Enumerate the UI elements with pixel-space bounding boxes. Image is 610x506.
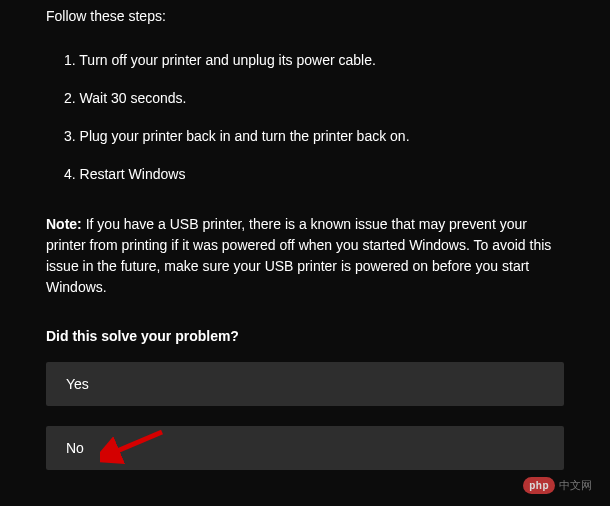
step-item: Wait 30 seconds. — [64, 90, 564, 106]
watermark: php 中文网 — [523, 477, 592, 494]
note-text: If you have a USB printer, there is a kn… — [46, 216, 551, 295]
note-paragraph: Note: If you have a USB printer, there i… — [46, 214, 564, 298]
step-item: Turn off your printer and unplug its pow… — [64, 52, 564, 68]
no-button[interactable]: No — [46, 426, 564, 470]
note-label: Note: — [46, 216, 82, 232]
steps-list: Turn off your printer and unplug its pow… — [46, 52, 564, 182]
question-text: Did this solve your problem? — [46, 328, 564, 344]
watermark-badge: php — [523, 477, 555, 494]
watermark-text: 中文网 — [559, 478, 592, 493]
intro-text: Follow these steps: — [46, 0, 564, 24]
troubleshooter-panel[interactable]: Follow these steps: Turn off your printe… — [0, 0, 610, 506]
content-area: Follow these steps: Turn off your printe… — [0, 0, 610, 506]
yes-button[interactable]: Yes — [46, 362, 564, 406]
step-item: Restart Windows — [64, 166, 564, 182]
step-item: Plug your printer back in and turn the p… — [64, 128, 564, 144]
